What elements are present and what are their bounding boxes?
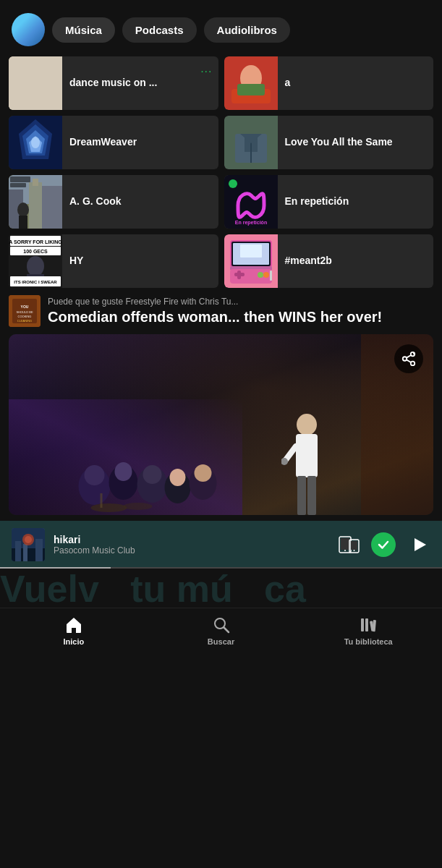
svg-rect-91 (35, 539, 43, 561)
podcast-meta: Puede que te guste Freestyle Fire with C… (48, 297, 433, 326)
svg-rect-34 (19, 216, 27, 229)
card-thumb-dreamweaver (9, 116, 62, 169)
svg-rect-85 (307, 476, 316, 515)
svg-rect-104 (365, 618, 368, 631)
now-playing-info: hikari Pasocom Music Club (54, 534, 329, 556)
svg-point-72 (143, 465, 162, 484)
card-label-en-repeticion: En repetición (278, 195, 434, 208)
svg-rect-7 (49, 65, 52, 71)
svg-rect-78 (101, 493, 103, 508)
now-playing-thumb (12, 528, 45, 561)
tab-podcasts[interactable]: Podcasts (122, 17, 197, 43)
svg-point-76 (195, 464, 212, 482)
svg-text:COOKING: COOKING (18, 315, 32, 318)
card-meant2b[interactable]: #meant2b (224, 234, 434, 288)
svg-point-3 (38, 82, 43, 89)
svg-point-1 (20, 72, 51, 101)
svg-marker-100 (415, 538, 426, 551)
card-label-dreamweaver: DreamWeaver (62, 136, 218, 149)
svg-point-77 (91, 503, 127, 512)
card-thumb-en-repeticion: En repetición (224, 175, 278, 229)
svg-rect-36 (10, 183, 26, 187)
card-ag-cook[interactable]: A. G. Cook (9, 175, 218, 229)
card-a[interactable]: a (224, 56, 434, 110)
svg-rect-8 (54, 64, 56, 71)
svg-point-96 (344, 550, 346, 551)
svg-point-79 (124, 503, 153, 510)
check-icon (376, 537, 391, 552)
svg-rect-30 (41, 186, 62, 229)
svg-point-68 (85, 465, 105, 485)
share-button[interactable] (394, 344, 423, 373)
svg-text:En repetición: En repetición (234, 220, 266, 226)
svg-line-82 (285, 446, 296, 461)
nav-item-biblioteca[interactable]: Tu biblioteca (294, 616, 442, 646)
card-thumb-love-you (224, 116, 278, 169)
svg-line-102 (224, 628, 229, 633)
svg-rect-89 (15, 541, 21, 561)
now-playing-controls (338, 532, 430, 557)
card-dreamweaver[interactable]: DreamWeaver (9, 116, 218, 169)
card-dance-music[interactable]: dance music on ... ... (9, 56, 218, 110)
svg-rect-81 (296, 434, 318, 477)
card-thumb-dance-music (9, 56, 62, 110)
svg-point-9 (22, 65, 48, 82)
device-connect-button[interactable] (338, 535, 361, 554)
search-icon (212, 616, 231, 634)
nav-label-buscar: Buscar (208, 637, 234, 646)
liked-button[interactable] (371, 532, 396, 557)
svg-rect-0 (9, 56, 62, 110)
bg-watermark-container: Vuelv tu mú ca (0, 569, 442, 608)
podcast-title: Comedian offends woman... then WINS her … (48, 308, 433, 326)
performer-svg (281, 407, 332, 515)
svg-rect-90 (23, 544, 27, 561)
now-playing-artist: Pasocom Music Club (54, 545, 329, 556)
svg-rect-60 (270, 271, 272, 281)
podcast-recommendation[interactable]: YOU SHOULD BE COOKING CLEANING Puede que… (9, 295, 433, 327)
svg-point-5 (39, 85, 43, 88)
card-love-you[interactable]: Love You All the Same (224, 116, 434, 169)
svg-rect-98 (351, 541, 357, 550)
card-label-love-you: Love You All the Same (278, 136, 434, 149)
svg-point-93 (25, 536, 32, 543)
card-thumb-hy: A SORRY FOR LIKING 100 GECS ITS IRONIC I… (9, 234, 62, 288)
now-playing-bar[interactable]: hikari Pasocom Music Club (0, 521, 442, 569)
share-icon (401, 351, 417, 367)
svg-point-4 (29, 85, 33, 88)
svg-rect-35 (10, 176, 30, 182)
svg-text:YOU: YOU (21, 305, 29, 309)
device-icon (338, 535, 361, 554)
svg-point-38 (229, 179, 237, 188)
nav-item-inicio[interactable]: Inicio (0, 616, 148, 646)
card-thumb-meant2b (224, 234, 278, 288)
svg-point-33 (17, 203, 29, 217)
nav-item-buscar[interactable]: Buscar (148, 616, 295, 646)
card-thumb-ag-cook (9, 175, 62, 229)
card-hy[interactable]: A SORRY FOR LIKING 100 GECS ITS IRONIC I… (9, 234, 218, 288)
svg-rect-31 (29, 182, 42, 229)
card-label-dance-music: dance music on ... (62, 77, 218, 90)
svg-rect-103 (361, 618, 364, 631)
play-button[interactable] (406, 532, 430, 557)
tab-musica[interactable]: Música (52, 17, 115, 43)
now-playing-art (12, 528, 45, 561)
svg-rect-13 (237, 84, 265, 95)
svg-text:100 GECS: 100 GECS (23, 249, 48, 254)
svg-point-58 (258, 272, 263, 278)
video-area[interactable] (9, 334, 433, 515)
card-label-meant2b: #meant2b (278, 255, 434, 268)
svg-rect-57 (237, 271, 241, 279)
card-dots-dance-music[interactable]: ... (200, 62, 212, 75)
nav-label-biblioteca: Tu biblioteca (344, 637, 393, 646)
svg-rect-95 (341, 538, 349, 550)
svg-point-74 (170, 469, 186, 486)
svg-point-45 (27, 256, 44, 276)
svg-rect-106 (373, 620, 376, 631)
svg-text:CLEANING: CLEANING (17, 319, 32, 323)
svg-rect-6 (45, 62, 48, 71)
card-label-a: a (278, 77, 434, 90)
avatar[interactable] (12, 13, 45, 46)
tab-audiolibros[interactable]: Audiolibros (204, 17, 290, 43)
card-en-repeticion[interactable]: En repetición En repetición (224, 175, 434, 229)
svg-text:ITS IRONIC I SWEAR: ITS IRONIC I SWEAR (14, 280, 57, 284)
